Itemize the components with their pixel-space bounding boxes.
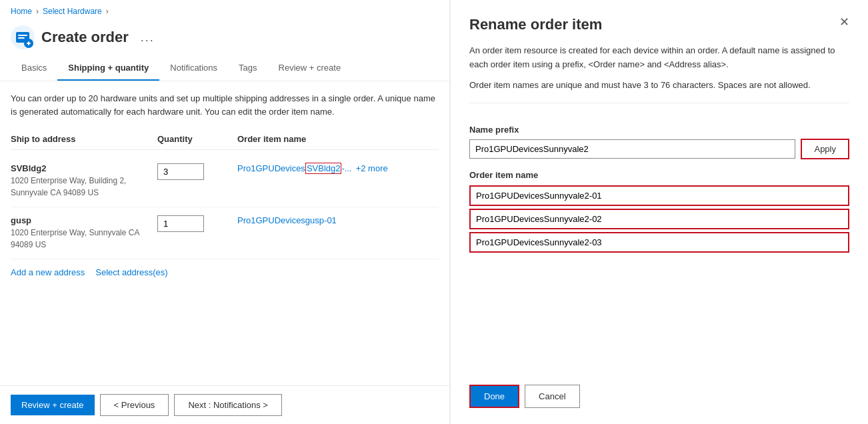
table-header: Ship to address Quantity Order item name [11, 131, 439, 150]
panel-bottom: Done Cancel [469, 371, 849, 408]
create-order-icon [11, 25, 35, 49]
more-link-1[interactable]: +2 more [356, 163, 388, 173]
panel-header: Rename order item ✕ [469, 16, 849, 33]
order-item-cell-1: Pro1GPUDevicesSVBldg2-... +2 more [237, 163, 439, 173]
order-item-link-1[interactable]: Pro1GPUDevicesSVBldg2-... [237, 163, 352, 173]
quantity-cell-2 [157, 215, 237, 232]
address-name-2: gusp [11, 215, 157, 225]
address-name-1: SVBldg2 [11, 163, 157, 173]
add-new-address-link[interactable]: Add a new address [11, 267, 85, 277]
page-menu-dots[interactable]: ... [141, 31, 155, 45]
tab-basics[interactable]: Basics [11, 57, 57, 81]
apply-button[interactable]: Apply [801, 139, 849, 159]
breadcrumb-select-hardware[interactable]: Select Hardware [43, 7, 102, 16]
page-description: You can order up to 20 hardware units an… [11, 92, 437, 118]
col-address: Ship to address [11, 134, 157, 144]
tab-shipping[interactable]: Shipping + quantity [57, 57, 159, 81]
bottom-bar: Review + create < Previous Next : Notifi… [0, 385, 449, 424]
prefix-input[interactable] [469, 139, 795, 159]
table-row: SVBldg2 1020 Enterprise Way, Building 2,… [11, 155, 439, 207]
done-button[interactable]: Done [469, 385, 519, 408]
svg-rect-3 [18, 37, 25, 39]
close-button[interactable]: ✕ [839, 16, 849, 28]
address-detail-1: 1020 Enterprise Way, Building 2, Sunnyva… [11, 175, 157, 199]
quantity-input-1[interactable] [157, 163, 204, 180]
order-item-row-2 [469, 209, 849, 229]
table-row: gusp 1020 Enterprise Way, Sunnyvale CA 9… [11, 207, 439, 259]
order-item-input-1[interactable] [469, 185, 849, 206]
order-item-name-label: Order item name [469, 170, 849, 180]
panel-description: An order item resource is created for ea… [469, 44, 849, 103]
col-quantity: Quantity [157, 134, 237, 144]
svg-rect-2 [18, 35, 27, 36]
order-item-input-2[interactable] [469, 209, 849, 229]
order-item-list [469, 185, 849, 253]
name-prefix-label: Name prefix [469, 125, 849, 135]
rename-panel: Rename order item ✕ An order item resour… [450, 0, 868, 424]
page-header: Create order ... [0, 20, 449, 57]
tab-notifications[interactable]: Notifications [159, 57, 228, 81]
order-item-input-3[interactable] [469, 232, 849, 253]
next-button[interactable]: Next : Notifications > [174, 394, 282, 416]
panel-title: Rename order item [469, 16, 602, 33]
order-item-dots-1: -... [341, 163, 351, 173]
address-actions: Add a new address Select address(es) [11, 259, 439, 285]
order-item-prefix-1: Pro1GPUDevices [237, 163, 305, 173]
breadcrumb: Home › Select Hardware › [0, 0, 449, 20]
order-item-row-1 [469, 185, 849, 206]
page-title: Create order [41, 29, 129, 46]
order-item-link-2[interactable]: Pro1GPUDevicesgusp-01 [237, 215, 337, 225]
tab-tags[interactable]: Tags [228, 57, 267, 81]
breadcrumb-home[interactable]: Home [11, 7, 32, 16]
order-item-highlight-1: SVBldg2 [305, 163, 342, 174]
order-item-name-section: Order item name [469, 159, 849, 253]
panel-desc-2: Order item names are unique and must hav… [469, 79, 849, 93]
cancel-button[interactable]: Cancel [525, 385, 579, 408]
address-cell-2: gusp 1020 Enterprise Way, Sunnyvale CA 9… [11, 215, 157, 251]
tab-review[interactable]: Review + create [268, 57, 352, 81]
address-cell-1: SVBldg2 1020 Enterprise Way, Building 2,… [11, 163, 157, 199]
review-create-button[interactable]: Review + create [11, 395, 95, 415]
quantity-cell-1 [157, 163, 237, 180]
order-item-row-3 [469, 232, 849, 253]
content-area: You can order up to 20 hardware units an… [0, 81, 449, 385]
tab-bar: Basics Shipping + quantity Notifications… [0, 57, 449, 81]
panel-desc-1: An order item resource is created for ea… [469, 44, 849, 72]
previous-button[interactable]: < Previous [100, 394, 169, 416]
name-prefix-section: Name prefix Apply [469, 114, 849, 159]
quantity-input-2[interactable] [157, 215, 204, 232]
prefix-row: Apply [469, 139, 849, 159]
order-item-cell-2: Pro1GPUDevicesgusp-01 [237, 215, 439, 225]
select-addresses-link[interactable]: Select address(es) [95, 267, 167, 277]
col-order-item: Order item name [237, 134, 439, 144]
svg-rect-6 [28, 41, 29, 45]
address-detail-2: 1020 Enterprise Way, Sunnyvale CA 94089 … [11, 227, 157, 251]
